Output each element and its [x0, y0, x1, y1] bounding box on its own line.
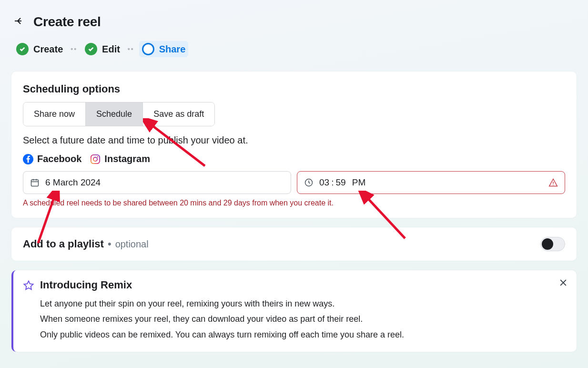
remix-line3: Only public videos can be remixed. You c…	[40, 327, 565, 342]
schedule-helper-text: Select a future date and time to publish…	[23, 135, 565, 146]
svg-point-2	[93, 157, 97, 161]
step-create[interactable]: Create	[13, 41, 66, 57]
step-share[interactable]: Share	[139, 41, 189, 57]
remix-line1: Let anyone put their spin on your reel, …	[40, 296, 565, 311]
check-icon	[16, 43, 29, 55]
facebook-icon	[23, 154, 33, 164]
platform-facebook-label: Facebook	[37, 153, 81, 164]
step-separator: ••	[71, 45, 77, 53]
remix-line2: When someone remixes your reel, they can…	[40, 311, 565, 327]
svg-point-6	[553, 184, 554, 185]
check-icon	[85, 43, 97, 55]
star-icon	[23, 280, 34, 291]
scheduling-card: Scheduling options Share now Schedule Sa…	[11, 72, 577, 218]
page-title: Create reel	[33, 14, 101, 30]
svg-rect-4	[31, 180, 39, 186]
playlist-toggle[interactable]	[540, 237, 565, 251]
remix-title: Introducing Remix	[40, 279, 565, 291]
svg-point-3	[97, 156, 98, 157]
platform-instagram: Instagram	[90, 153, 150, 164]
instagram-icon	[90, 154, 101, 164]
step-edit[interactable]: Edit	[82, 41, 123, 57]
svg-rect-1	[91, 154, 100, 163]
step-separator: ••	[128, 45, 134, 53]
calendar-icon	[30, 178, 40, 187]
dot-separator: •	[108, 238, 112, 250]
stepper: Create •• Edit •• Share	[13, 41, 575, 57]
platform-facebook: Facebook	[23, 153, 81, 164]
schedule-date-value: 6 March 2024	[45, 177, 101, 188]
time-ampm: PM	[352, 177, 366, 188]
step-create-label: Create	[33, 44, 63, 55]
back-arrow-icon[interactable]	[13, 15, 25, 29]
schedule-button[interactable]: Schedule	[85, 102, 142, 126]
step-share-label: Share	[159, 44, 186, 55]
schedule-mode-segmented: Share now Schedule Save as draft	[23, 102, 215, 126]
step-edit-label: Edit	[102, 44, 120, 55]
warning-icon	[548, 178, 558, 187]
playlist-title: Add to a playlist	[23, 238, 104, 250]
remix-card: Introducing Remix Let anyone put their s…	[11, 270, 577, 352]
platform-instagram-label: Instagram	[104, 153, 150, 164]
schedule-time-field[interactable]: 03 : 59 PM	[297, 171, 565, 194]
clock-icon	[304, 178, 314, 187]
save-draft-button[interactable]: Save as draft	[142, 102, 214, 126]
playlist-optional-label: optional	[115, 239, 149, 250]
scheduling-heading: Scheduling options	[23, 83, 565, 95]
schedule-date-field[interactable]: 6 March 2024	[23, 171, 291, 194]
close-icon[interactable]	[558, 277, 568, 290]
circle-icon	[142, 43, 154, 55]
time-minute: 59	[335, 177, 345, 188]
share-now-button[interactable]: Share now	[23, 102, 85, 126]
schedule-error-text: A scheduled reel needs to be shared betw…	[23, 199, 565, 207]
time-hour: 03	[319, 177, 329, 188]
playlist-card: Add to a playlist • optional	[11, 227, 577, 261]
